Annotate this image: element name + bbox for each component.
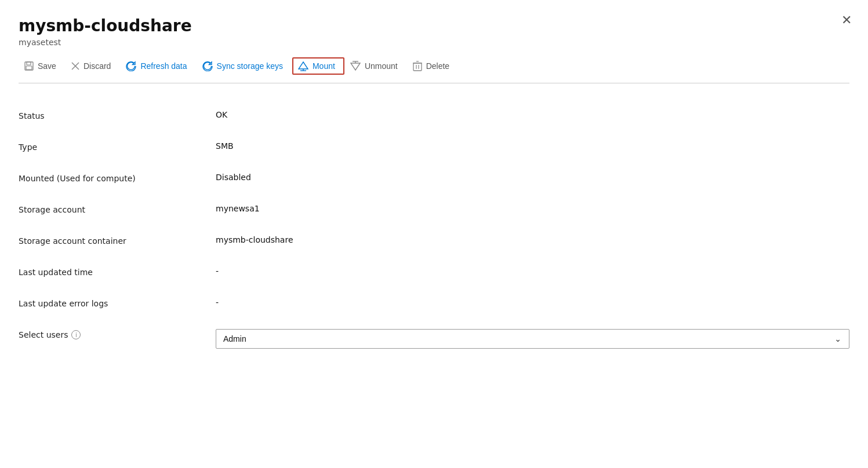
sync-label: Sync storage keys: [217, 61, 283, 71]
sync-button[interactable]: Sync storage keys: [197, 57, 292, 75]
field-label-storage-account: Storage account: [19, 204, 216, 214]
select-users-dropdown[interactable]: Admin: [216, 329, 849, 349]
unmount-icon: [350, 61, 361, 71]
field-row-storage-container: Storage account container mysmb-cloudsha…: [19, 225, 849, 256]
field-label-mounted: Mounted (Used for compute): [19, 173, 216, 183]
field-value-status: OK: [216, 110, 849, 119]
sync-icon: [202, 61, 213, 71]
content-area: Status OK Type SMB Mounted (Used for com…: [19, 83, 849, 359]
close-button[interactable]: ✕: [841, 14, 852, 27]
delete-button[interactable]: Delete: [407, 57, 459, 75]
field-value-storage-account: mynewsa1: [216, 204, 849, 213]
field-row-mounted: Mounted (Used for compute) Disabled: [19, 162, 849, 193]
field-row-last-updated: Last updated time -: [19, 256, 849, 287]
field-label-storage-container: Storage account container: [19, 235, 216, 246]
field-label-status: Status: [19, 110, 216, 120]
field-value-last-updated: -: [216, 266, 849, 276]
svg-marker-5: [299, 62, 308, 69]
svg-rect-2: [26, 66, 32, 70]
refresh-icon: [126, 61, 136, 71]
field-label-type: Type: [19, 141, 216, 152]
field-label-select-users: Select users i: [19, 329, 216, 339]
save-label: Save: [38, 61, 56, 71]
field-row-select-users: Select users i Admin ⌄: [19, 319, 849, 359]
toolbar: Save Discard Refresh data: [19, 57, 849, 83]
field-row-type: Type SMB: [19, 131, 849, 162]
field-row-status: Status OK: [19, 100, 849, 131]
field-row-storage-account: Storage account mynewsa1: [19, 193, 849, 225]
select-users-wrapper: Admin ⌄: [216, 329, 849, 349]
refresh-label: Refresh data: [140, 61, 187, 71]
select-users-info-icon[interactable]: i: [71, 330, 81, 339]
svg-rect-11: [413, 63, 422, 71]
mount-button[interactable]: Mount: [292, 57, 344, 75]
discard-label: Discard: [83, 61, 111, 71]
svg-rect-1: [27, 62, 31, 65]
delete-icon: [413, 61, 422, 71]
mount-label: Mount: [313, 61, 335, 71]
panel-subtitle: myasetest: [19, 38, 849, 47]
unmount-button[interactable]: Unmount: [344, 57, 407, 75]
panel-title: mysmb-cloudshare: [19, 16, 849, 35]
refresh-button[interactable]: Refresh data: [120, 57, 196, 75]
unmount-label: Unmount: [365, 61, 398, 71]
field-value-mounted: Disabled: [216, 173, 849, 182]
field-value-type: SMB: [216, 141, 849, 151]
mount-icon: [298, 61, 308, 71]
field-label-last-updated: Last updated time: [19, 266, 216, 277]
save-button[interactable]: Save: [19, 58, 66, 74]
detail-panel: ✕ mysmb-cloudshare myasetest Save: [0, 0, 868, 468]
field-value-storage-container: mysmb-cloudshare: [216, 235, 849, 244]
field-value-error-logs: -: [216, 298, 849, 307]
svg-marker-8: [351, 63, 360, 70]
field-row-error-logs: Last update error logs -: [19, 287, 849, 319]
discard-button[interactable]: Discard: [66, 58, 120, 74]
delete-label: Delete: [426, 61, 449, 71]
save-icon: [24, 61, 34, 71]
discard-icon: [71, 62, 79, 70]
field-label-error-logs: Last update error logs: [19, 298, 216, 308]
